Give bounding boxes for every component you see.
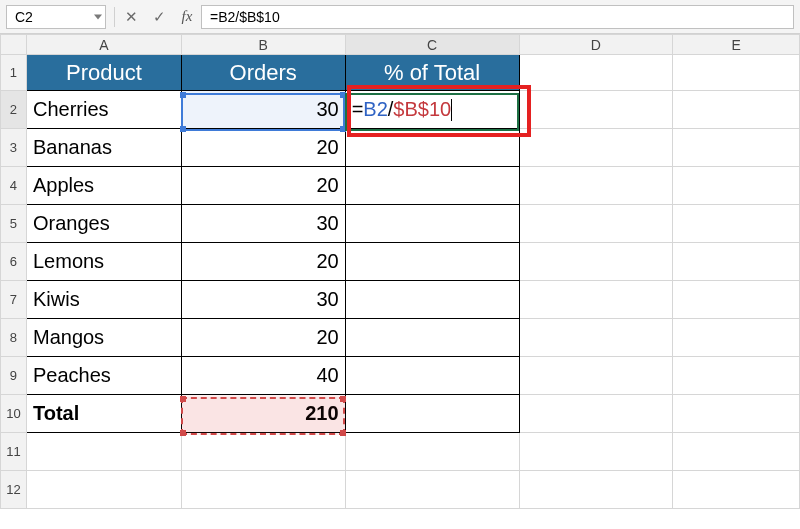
cell-E7[interactable] [673,281,800,319]
insert-function-button[interactable]: fx [173,5,201,29]
cell-B8[interactable]: 20 [181,319,345,357]
row-header-6[interactable]: 6 [1,243,27,281]
cell-D11[interactable] [519,433,673,471]
chevron-down-icon[interactable] [94,14,102,19]
cell-E9[interactable] [673,357,800,395]
cell-D1[interactable] [519,55,673,91]
sheet-table: A B C D E 1 Product Orders % of Total 2 … [0,34,800,509]
cell-D9[interactable] [519,357,673,395]
cell-C5[interactable] [345,205,519,243]
cell-A6[interactable]: Lemons [26,243,181,281]
header-pct: % of Total [346,55,519,90]
cell-D10[interactable] [519,395,673,433]
cell-E5[interactable] [673,205,800,243]
cancel-formula-button[interactable]: ✕ [117,5,145,29]
accept-formula-button[interactable]: ✓ [145,5,173,29]
row-header-5[interactable]: 5 [1,205,27,243]
col-header-C[interactable]: C [345,35,519,55]
name-box-value: C2 [15,9,33,25]
cell-B4[interactable]: 20 [181,167,345,205]
spreadsheet-grid[interactable]: A B C D E 1 Product Orders % of Total 2 … [0,34,800,509]
col-header-E[interactable]: E [673,35,800,55]
row-header-11[interactable]: 11 [1,433,27,471]
cell-A10[interactable]: Total [26,395,181,433]
row-header-9[interactable]: 9 [1,357,27,395]
row-header-2[interactable]: 2 [1,91,27,129]
cell-E12[interactable] [673,471,800,509]
cell-A11[interactable] [26,433,181,471]
row-header-4[interactable]: 4 [1,167,27,205]
cell-B1[interactable]: Orders [181,55,345,91]
cell-E2[interactable] [673,91,800,129]
cell-A8[interactable]: Mangos [26,319,181,357]
cell-B7[interactable]: 30 [181,281,345,319]
cell-B3[interactable]: 20 [181,129,345,167]
cell-D12[interactable] [519,471,673,509]
cell-B10[interactable]: 210 [181,395,345,433]
cell-C1[interactable]: % of Total [345,55,519,91]
fx-icon: fx [182,8,193,25]
row-header-12[interactable]: 12 [1,471,27,509]
cell-C7[interactable] [345,281,519,319]
cell-B6[interactable]: 20 [181,243,345,281]
cell-C6[interactable] [345,243,519,281]
cell-E11[interactable] [673,433,800,471]
check-icon: ✓ [153,8,166,26]
cell-B11[interactable] [181,433,345,471]
cell-A1[interactable]: Product [26,55,181,91]
cell-D7[interactable] [519,281,673,319]
cell-D4[interactable] [519,167,673,205]
cell-D2[interactable] [519,91,673,129]
cell-C11[interactable] [345,433,519,471]
cell-C3[interactable] [345,129,519,167]
cell-A7[interactable]: Kiwis [26,281,181,319]
cell-D5[interactable] [519,205,673,243]
formula-bar: C2 ✕ ✓ fx =B2/$B$10 [0,0,800,34]
formula-text: =B2/$B$10 [210,9,280,25]
cell-C9[interactable] [345,357,519,395]
formula-input[interactable]: =B2/$B$10 [201,5,794,29]
cell-D8[interactable] [519,319,673,357]
cell-C8[interactable] [345,319,519,357]
cell-A2[interactable]: Cherries [26,91,181,129]
cell-B5[interactable]: 30 [181,205,345,243]
row-header-1[interactable]: 1 [1,55,27,91]
cell-B9[interactable]: 40 [181,357,345,395]
active-cell-formula: =B2/$B$10 [346,91,519,128]
cell-B2[interactable]: 30 [181,91,345,129]
text-cursor [451,99,452,121]
cell-E10[interactable] [673,395,800,433]
cell-A9[interactable]: Peaches [26,357,181,395]
cell-C4[interactable] [345,167,519,205]
cell-A12[interactable] [26,471,181,509]
row-header-7[interactable]: 7 [1,281,27,319]
header-product: Product [27,55,181,90]
cell-D3[interactable] [519,129,673,167]
col-header-D[interactable]: D [519,35,673,55]
name-box[interactable]: C2 [6,5,106,29]
cell-A3[interactable]: Bananas [26,129,181,167]
separator [114,7,115,27]
cell-E1[interactable] [673,55,800,91]
excel-window: C2 ✕ ✓ fx =B2/$B$10 A B C D E [0,0,800,529]
cell-E6[interactable] [673,243,800,281]
cell-B12[interactable] [181,471,345,509]
select-all-corner[interactable] [1,35,27,55]
row-header-8[interactable]: 8 [1,319,27,357]
cell-A4[interactable]: Apples [26,167,181,205]
cell-A5[interactable]: Oranges [26,205,181,243]
col-header-A[interactable]: A [26,35,181,55]
col-header-B[interactable]: B [181,35,345,55]
cell-D6[interactable] [519,243,673,281]
cell-C2[interactable]: =B2/$B$10 [345,91,519,129]
header-orders: Orders [182,55,345,90]
cell-E4[interactable] [673,167,800,205]
cell-E8[interactable] [673,319,800,357]
cell-C10[interactable] [345,395,519,433]
x-icon: ✕ [125,8,138,26]
cell-C12[interactable] [345,471,519,509]
row-header-10[interactable]: 10 [1,395,27,433]
row-header-3[interactable]: 3 [1,129,27,167]
cell-E3[interactable] [673,129,800,167]
